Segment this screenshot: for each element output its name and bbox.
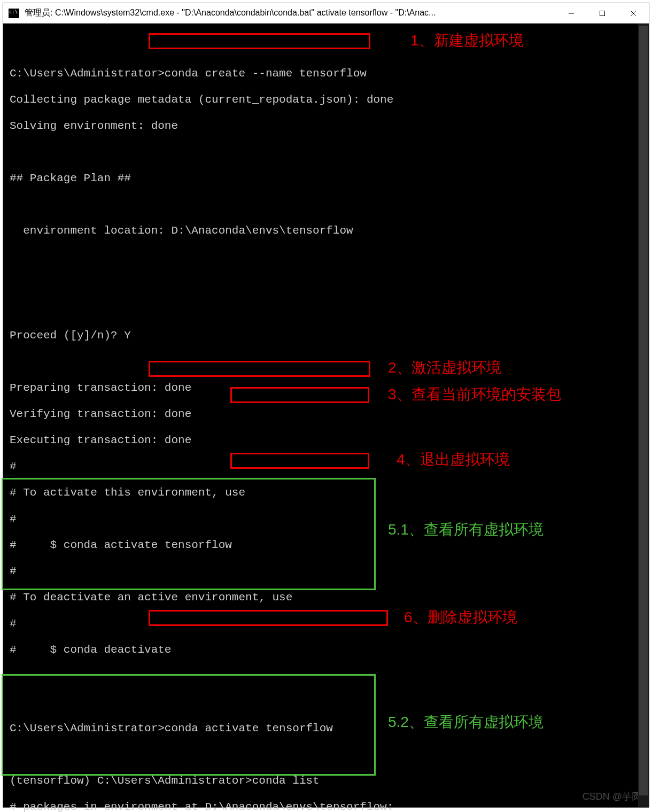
terminal-line: C:\Users\Administrator>conda create --na…	[10, 67, 649, 81]
terminal-line: # To activate this environment, use	[10, 486, 649, 500]
watermark: CSDN @芋圆	[583, 790, 641, 803]
terminal-line	[10, 355, 649, 369]
terminal-area[interactable]: C:\Users\Administrator>conda create --na…	[3, 24, 649, 807]
close-button[interactable]	[618, 3, 649, 23]
terminal-line: #	[10, 460, 649, 474]
terminal-line	[10, 146, 649, 159]
terminal-line: #	[10, 513, 649, 526]
maximize-button[interactable]	[587, 3, 618, 23]
terminal-line: (tensorflow) C:\Users\Administrator>cond…	[10, 775, 649, 788]
svg-rect-1	[600, 11, 605, 16]
terminal-line: Solving environment: done	[10, 120, 649, 133]
minimize-button[interactable]	[556, 3, 587, 23]
terminal-line: # To deactivate an active environment, u…	[10, 591, 649, 605]
terminal-line	[10, 277, 649, 290]
terminal-line	[10, 670, 649, 683]
terminal-line: C:\Users\Administrator>conda activate te…	[10, 722, 649, 736]
scrollbar-thumb[interactable]	[639, 26, 648, 795]
window-title: 管理员: C:\Windows\system32\cmd.exe - "D:\A…	[25, 7, 548, 19]
cmd-window: 管理员: C:\Windows\system32\cmd.exe - "D:\A…	[3, 3, 649, 808]
terminal-line	[10, 41, 649, 55]
terminal-line	[10, 303, 649, 316]
terminal-line: Executing transaction: done	[10, 434, 649, 447]
terminal-line: environment location: D:\Anaconda\envs\t…	[10, 225, 649, 238]
titlebar[interactable]: 管理员: C:\Windows\system32\cmd.exe - "D:\A…	[3, 3, 649, 24]
terminal-line: #	[10, 617, 649, 631]
terminal-line	[10, 696, 649, 709]
terminal-line: Collecting package metadata (current_rep…	[10, 94, 649, 107]
scrollbar[interactable]	[638, 24, 649, 807]
terminal-line: #	[10, 565, 649, 578]
cmd-icon	[9, 9, 19, 18]
terminal-line	[10, 748, 649, 762]
terminal-line: # $ conda activate tensorflow	[10, 539, 649, 552]
terminal-line: ## Package Plan ##	[10, 172, 649, 185]
terminal-line: Verifying transaction: done	[10, 408, 649, 421]
window-controls	[556, 3, 649, 23]
terminal-line: Preparing transaction: done	[10, 382, 649, 395]
terminal-line: # packages in environment at D:\Anaconda…	[10, 801, 649, 813]
terminal-line	[10, 251, 649, 264]
terminal-line: # $ conda deactivate	[10, 644, 649, 657]
terminal-line: Proceed ([y]/n)? Y	[10, 329, 649, 343]
terminal-line	[10, 198, 649, 212]
